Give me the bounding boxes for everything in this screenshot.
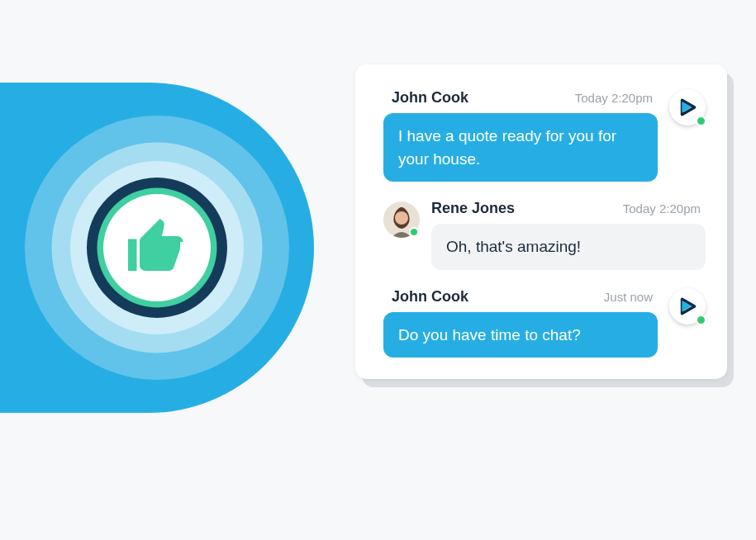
- message-block: John Cook Today 2:20pm I have a quote re…: [383, 89, 706, 182]
- presence-dot: [696, 116, 706, 126]
- presence-dot: [696, 315, 706, 325]
- agent-avatar: [669, 89, 706, 126]
- message-time: Today 2:20pm: [575, 91, 653, 105]
- sender-name: Rene Jones: [431, 200, 515, 217]
- chat-card: John Cook Today 2:20pm I have a quote re…: [355, 64, 727, 379]
- sender-name: John Cook: [392, 288, 468, 306]
- decorative-blue-shape: [0, 83, 314, 413]
- message-bubble-agent: Do you have time to chat?: [383, 312, 658, 358]
- svg-point-2: [395, 211, 408, 225]
- presence-dot: [409, 227, 419, 237]
- message-time: Today 2:20pm: [623, 201, 701, 216]
- play-logo-icon: [677, 296, 698, 317]
- ring-white: [103, 194, 211, 301]
- message-bubble-customer: Oh, that's amazing!: [431, 224, 706, 270]
- sender-name: John Cook: [392, 89, 468, 107]
- message-block: Rene Jones Today 2:20pm Oh, that's amazi…: [383, 200, 706, 270]
- agent-avatar: [669, 288, 706, 324]
- thumbs-up-icon: [122, 213, 192, 282]
- message-time: Just now: [604, 290, 653, 304]
- concentric-rings: [25, 116, 289, 380]
- play-logo-icon: [677, 97, 698, 118]
- message-bubble-agent: I have a quote ready for you for your ho…: [383, 113, 658, 182]
- customer-avatar: [383, 201, 420, 238]
- message-block: John Cook Just now Do you have time to c…: [383, 288, 706, 358]
